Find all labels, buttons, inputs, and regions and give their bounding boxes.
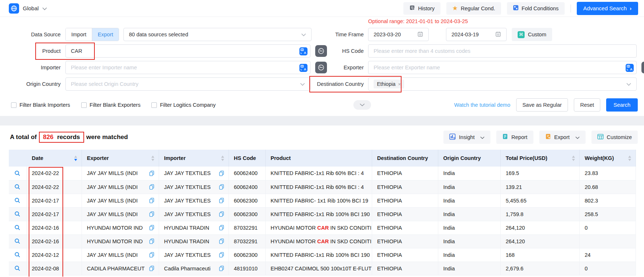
importer-link[interactable]: HYUNDAI TRADIN	[164, 225, 209, 231]
destination-country-select[interactable]: Ethiopia ×	[368, 77, 637, 91]
copy-icon[interactable]	[219, 238, 224, 244]
cell-weight: 24	[579, 248, 636, 262]
copy-icon[interactable]	[149, 184, 154, 190]
customize-button[interactable]: Customize	[591, 131, 638, 144]
fold-conditions-button[interactable]: Fold Conditions	[507, 2, 565, 15]
regular-cond-button[interactable]: ★ Regular Cond.	[446, 2, 501, 15]
checkbox[interactable]	[151, 102, 157, 108]
copy-icon[interactable]	[149, 171, 154, 176]
date-to-input[interactable]: 2024-03-19	[446, 28, 507, 41]
form-row-product-hscode: Product A HS Code	[0, 44, 644, 58]
exporter-link[interactable]: JAY JAY MILLS (INDI	[87, 170, 138, 176]
checkbox[interactable]	[81, 102, 87, 108]
exporter-input[interactable]	[374, 65, 622, 70]
insight-button[interactable]: BI Insight	[443, 131, 490, 144]
filter-checkbox[interactable]: Filter Blank Exporters	[81, 102, 141, 108]
sort-icon[interactable]	[221, 156, 224, 161]
cell-total-price: 264,120	[500, 234, 579, 248]
importer-field: A	[65, 61, 310, 74]
export-button[interactable]: Export	[539, 131, 586, 144]
importer-link[interactable]: JAY JAY TEXTILES	[164, 170, 211, 176]
sort-icon[interactable]	[151, 156, 154, 161]
cell-product: KNITTED FABRIC-1x1 Rib 100% BCI 190	[265, 207, 372, 221]
view-detail-icon[interactable]	[14, 170, 21, 176]
sort-icon[interactable]	[628, 156, 631, 161]
cell-importer: HYUNDAI TRADIN	[159, 234, 229, 248]
tutorial-link[interactable]: Watch the tutorial demo	[454, 102, 510, 108]
copy-icon[interactable]	[149, 198, 154, 203]
import-toggle[interactable]: Import	[66, 28, 92, 41]
header-weight[interactable]: Weight(KG)	[579, 150, 636, 167]
copy-icon[interactable]	[219, 225, 224, 230]
filter-checkbox[interactable]: Filter Logitics Company	[151, 102, 216, 108]
cell-date: 2024-02-22	[26, 167, 82, 180]
product-input[interactable]	[71, 48, 295, 54]
form-row-origin-destination: Origin Country Please select Origin Coun…	[0, 77, 644, 91]
copy-icon[interactable]	[149, 252, 154, 258]
export-icon	[545, 134, 551, 141]
copy-icon[interactable]	[219, 211, 224, 217]
sort-icon[interactable]	[74, 156, 77, 161]
form-row-importer-exporter: Importer A Exporter A	[0, 61, 644, 74]
chevron-down-icon[interactable]	[575, 134, 580, 140]
view-detail-icon[interactable]	[14, 184, 21, 190]
header-importer[interactable]: Importer	[159, 150, 229, 167]
header-date[interactable]: Date	[26, 150, 82, 167]
region-selector[interactable]: Global	[23, 5, 39, 11]
exporter-link[interactable]: JAY JAY MILLS (INDI	[87, 252, 138, 258]
copy-icon[interactable]	[149, 266, 154, 271]
search-form: Optional range: 2021-01-01 to 2024-03-25…	[0, 17, 644, 116]
view-detail-icon[interactable]	[14, 211, 21, 217]
chevron-down-icon[interactable]	[42, 5, 47, 12]
exporter-link[interactable]: CADILA PHARMACEUT	[87, 266, 145, 271]
merge-similar-icon[interactable]	[641, 62, 644, 73]
exporter-link[interactable]: JAY JAY MILLS (INDI	[87, 198, 138, 204]
checkbox[interactable]	[11, 102, 17, 108]
hs-code-input[interactable]	[374, 48, 631, 54]
reset-button[interactable]: Reset	[574, 98, 600, 112]
exporter-link[interactable]: HYUNDAI MOTOR IND	[87, 225, 143, 231]
filter-checkbox[interactable]: Filter Blank Importers	[11, 102, 70, 108]
exporter-link[interactable]: JAY JAY MILLS (INDI	[87, 211, 138, 217]
exporter-link[interactable]: JAY JAY MILLS (INDI	[87, 184, 138, 190]
origin-country-select[interactable]: Please select Origin Country	[65, 77, 310, 91]
copy-icon[interactable]	[219, 266, 224, 271]
importer-link[interactable]: JAY JAY TEXTILES	[164, 184, 211, 190]
advanced-search-button[interactable]: Advanced Search ›	[577, 2, 638, 15]
translate-icon[interactable]: A	[626, 64, 634, 73]
search-button[interactable]: Search	[606, 98, 638, 112]
importer-link[interactable]: HYUNDAI TRADIN	[164, 238, 209, 244]
remove-tag-icon[interactable]: ×	[398, 81, 401, 87]
header-total-price[interactable]: Total Price(USD)	[500, 150, 579, 167]
data-source-label: Data Source	[0, 28, 61, 41]
importer-link[interactable]: JAY JAY TEXTILES	[164, 211, 211, 217]
view-detail-icon[interactable]	[14, 238, 21, 244]
exporter-link[interactable]: HYUNDAI MOTOR IND	[87, 238, 143, 244]
importer-link[interactable]: JAY JAY TEXTILES	[164, 198, 211, 204]
copy-icon[interactable]	[149, 211, 154, 217]
importer-link[interactable]: Cadila Pharmaceuti	[164, 266, 211, 271]
header-exporter[interactable]: Exporter	[82, 150, 159, 167]
copy-icon[interactable]	[219, 198, 224, 203]
sort-icon[interactable]	[572, 156, 575, 161]
date-from-input[interactable]: 2023-03-20	[368, 28, 429, 41]
header-origin-country: Origin Country	[438, 150, 500, 167]
history-button[interactable]: History	[403, 2, 440, 15]
importer-link[interactable]: JAY JAY TEXTILES	[164, 252, 211, 258]
data-source-select[interactable]: 80 data sources selected	[123, 28, 312, 41]
view-detail-icon[interactable]	[14, 225, 21, 231]
importer-input[interactable]	[71, 65, 295, 70]
view-detail-icon[interactable]	[14, 252, 21, 258]
report-button[interactable]: Report	[496, 131, 533, 144]
custom-range-button[interactable]: ⌘ Custom	[512, 28, 552, 41]
save-as-regular-button[interactable]: Save as Regular	[516, 98, 568, 112]
copy-icon[interactable]	[149, 238, 154, 244]
view-detail-icon[interactable]	[14, 197, 21, 204]
collapse-conditions-button[interactable]	[353, 100, 371, 110]
copy-icon[interactable]	[219, 252, 224, 258]
export-toggle[interactable]: Export	[92, 28, 119, 41]
copy-icon[interactable]	[149, 225, 154, 230]
view-detail-icon[interactable]	[14, 265, 21, 271]
copy-icon[interactable]	[219, 171, 224, 176]
copy-icon[interactable]	[219, 184, 224, 190]
